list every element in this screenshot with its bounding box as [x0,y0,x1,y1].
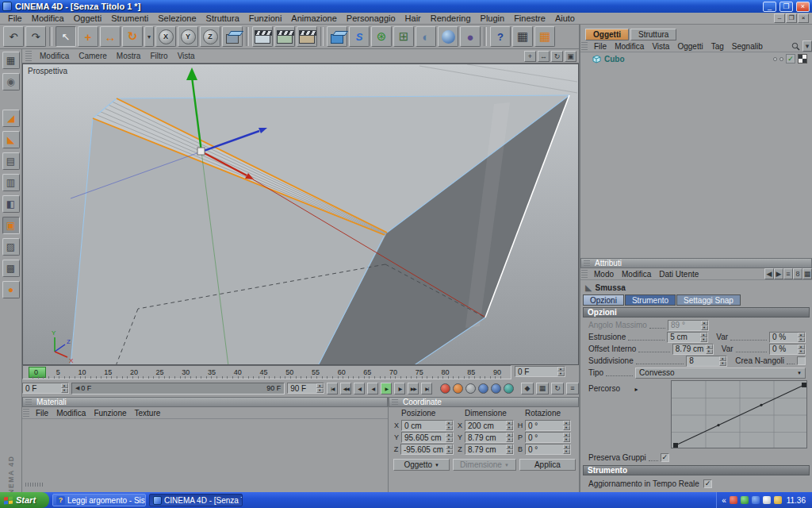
ngons-checkbox[interactable] [797,356,806,365]
pos-x-spinner[interactable] [446,421,453,430]
materials-list-area[interactable] [22,419,388,479]
tab-settaggi-snap[interactable]: Settaggi Snap [676,294,741,306]
rotate-tool-icon[interactable]: ↻ [122,26,143,47]
taskbar-task-cinema4d[interactable]: CINEMA 4D - [Senza T... [149,494,243,506]
pos-y-field[interactable]: 95.605 cm [401,432,454,443]
timeline-ruler[interactable]: 051015202530354045505560657075808590 [22,365,511,379]
rot-h-spinner[interactable] [563,421,570,430]
rotate-view-icon[interactable]: ↻ [551,51,563,62]
object-axis-icon[interactable]: ◣ [2,131,20,148]
record-scale-icon[interactable] [478,383,488,394]
end-frame-field[interactable]: 90 F [287,383,324,394]
menu-selezione[interactable]: Selezione [153,13,201,23]
rot-p-spinner[interactable] [563,433,570,442]
var2-field[interactable]: 0 % [769,344,806,355]
undo-icon[interactable]: ↶ [3,26,24,47]
scale-tool-icon[interactable]: ↔ [100,26,121,47]
taskbar-task-help[interactable]: ? Leggi argomento - Siste... [52,494,146,506]
type-dropdown[interactable]: Convesso▼ [635,368,806,379]
key-icon[interactable]: ◆ [521,383,534,394]
am-menu-modo[interactable]: Modo [590,270,618,279]
list-icon[interactable]: ≡ [783,268,793,279]
dim-x-spinner[interactable] [506,421,513,430]
rot-p-field[interactable]: 0 ° [525,432,571,443]
redo-icon[interactable]: ↷ [25,26,46,47]
var1-spinner[interactable] [798,333,805,342]
record-keyframe-icon[interactable] [440,383,450,394]
object-name[interactable]: Cubo [604,55,625,64]
rot-h-field[interactable]: 0 ° [525,420,571,431]
play-icon[interactable]: ▶ [381,383,392,394]
curve-handle-end[interactable] [802,383,806,387]
render-visibility-dot[interactable] [779,57,783,61]
tab-oggetti[interactable]: Oggetti [585,29,629,40]
record-rotation-icon[interactable] [491,383,501,394]
menu-strumenti[interactable]: Strumenti [106,13,153,23]
minimize-button[interactable]: _ [763,2,776,12]
tray-icon-4[interactable] [774,496,782,504]
viewport-menu-modifica[interactable]: Modifica [36,52,73,60]
menu-personaggio[interactable]: Personaggio [342,13,400,23]
clock[interactable]: 11.36 [787,496,806,505]
render-region-icon[interactable] [274,26,295,47]
menu-animazione[interactable]: Animazione [286,13,341,23]
menu-rendering[interactable]: Rendering [426,13,476,23]
model-mode-icon[interactable]: ▤ [2,152,20,170]
goto-end-icon[interactable]: ▶| [421,383,432,394]
layout-icon[interactable]: ▦ [512,26,533,47]
lock-x-axis-icon[interactable]: X [155,26,176,47]
dim-y-spinner[interactable] [506,433,513,442]
render-settings-icon[interactable] [297,26,317,47]
subdivision-spinner[interactable] [719,356,726,366]
toggle-view-icon[interactable]: ▣ [565,51,576,62]
attributes-header[interactable]: Attributi [580,258,812,268]
materials-menu-texture[interactable]: Texture [131,409,165,418]
history-back-icon[interactable]: ◀ [764,268,774,279]
pan-view-icon[interactable]: + [524,51,536,62]
panel-grip[interactable] [581,270,588,278]
om-options-icon[interactable]: ▾ [802,40,812,52]
points-mode-icon[interactable]: ▨ [2,238,20,256]
volume-icon[interactable] [763,496,771,504]
range-slider[interactable]: 0 F 90 F [71,383,285,394]
materials-header[interactable]: Materiali [22,397,388,407]
close-button[interactable]: × [796,2,810,12]
apply-button[interactable]: Applica [519,459,576,471]
next-frame-icon[interactable]: |▶ [394,383,405,394]
options-icon[interactable]: ≡ [566,383,579,394]
zoom-view-icon[interactable]: ↔ [538,51,550,62]
materials-menu-modifica[interactable]: Modifica [52,409,90,418]
menu-file[interactable]: File [3,13,27,23]
add-generator-icon[interactable]: ⊛ [371,26,392,47]
current-frame-field[interactable]: 0 F [515,366,565,377]
am-menu-dati-utente[interactable]: Dati Utente [655,270,703,279]
tool-history-dropdown-icon[interactable]: ▾ [144,26,154,47]
preserve-groups-checkbox[interactable] [661,453,669,462]
extrusion-spinner[interactable] [700,333,707,342]
add-material-icon[interactable] [438,26,458,47]
tray-icon-2[interactable] [741,496,749,504]
panel-grip[interactable] [584,260,590,266]
render-view-icon[interactable] [252,26,273,47]
cube-object[interactable] [71,95,569,365]
goto-start-icon[interactable]: |◀ [327,383,338,394]
maximize-button[interactable]: ❐ [779,2,793,12]
object-mode-dropdown[interactable]: Oggetto▼ [393,459,450,471]
hide-icons-chevron[interactable]: « [722,496,726,505]
play-backwards-icon[interactable]: ◀ [367,383,378,394]
history-forward-icon[interactable]: ▶ [774,268,783,279]
frame-spinner[interactable] [557,367,565,376]
viewport-menu-vista[interactable]: Vista [174,52,199,60]
track-icon[interactable]: ▦ [536,383,549,394]
record-parameter-icon[interactable] [504,383,514,394]
check-tag-icon[interactable]: ✓ [786,54,795,64]
start-button[interactable]: Start [0,492,49,508]
realtime-update-checkbox[interactable] [703,479,712,488]
viewport-menu-camere[interactable]: Camere [75,52,111,60]
panel-grip[interactable] [25,51,32,61]
3d-scene[interactable]: Y Z X [23,64,578,365]
om-menu-tag[interactable]: Tag [707,42,728,51]
am-menu-modifica[interactable]: Modifica [618,270,655,279]
object-row-cubo[interactable]: Cubo ✓ [580,52,812,65]
search-icon[interactable] [791,42,800,51]
